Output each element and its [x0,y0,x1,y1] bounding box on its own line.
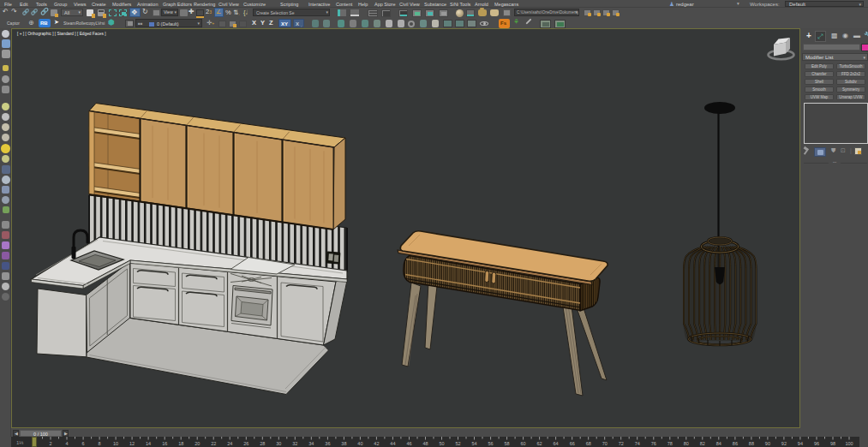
svg-text:92: 92 [781,441,787,446]
svg-text:96: 96 [814,441,819,446]
svg-text:28: 28 [260,441,265,446]
svg-text:74: 74 [635,441,640,446]
svg-text:42: 42 [374,441,379,446]
svg-text:14: 14 [146,441,151,446]
svg-text:30: 30 [276,441,281,446]
svg-text:10: 10 [113,441,118,446]
svg-text:48: 48 [422,441,428,446]
svg-text:94: 94 [798,441,803,446]
svg-text:90: 90 [765,441,770,446]
svg-text:98: 98 [830,441,835,446]
svg-text:12: 12 [129,441,135,446]
svg-text:72: 72 [619,441,624,446]
svg-text:80: 80 [684,441,689,446]
svg-text:16: 16 [162,441,167,446]
svg-text:58: 58 [505,441,510,446]
svg-text:52: 52 [455,441,460,446]
svg-text:68: 68 [586,441,591,446]
svg-text:34: 34 [308,441,314,446]
svg-text:70: 70 [602,441,608,446]
svg-text:82: 82 [700,441,705,446]
svg-text:2: 2 [49,441,51,446]
svg-text:26: 26 [243,441,248,446]
svg-text:78: 78 [667,441,673,446]
svg-text:56: 56 [488,441,494,446]
svg-text:32: 32 [292,441,297,446]
svg-text:36: 36 [325,441,330,446]
svg-text:40: 40 [357,441,362,446]
svg-text:88: 88 [749,441,754,446]
svg-text:50: 50 [439,441,444,446]
svg-text:54: 54 [471,441,476,446]
svg-text:4: 4 [65,441,68,446]
svg-text:84: 84 [716,441,721,446]
svg-text:44: 44 [390,441,395,446]
svg-text:62: 62 [537,441,542,446]
svg-text:20: 20 [195,441,200,446]
svg-text:8: 8 [99,441,101,446]
svg-text:18: 18 [178,441,183,446]
svg-text:60: 60 [521,441,526,446]
svg-text:22: 22 [211,441,216,446]
svg-text:100: 100 [845,441,853,446]
svg-text:86: 86 [733,441,738,446]
svg-text:76: 76 [651,441,656,446]
svg-text:64: 64 [554,441,559,446]
svg-text:46: 46 [406,441,411,446]
svg-text:38: 38 [341,441,346,446]
svg-text:66: 66 [570,441,575,446]
svg-text:24: 24 [227,441,232,446]
svg-text:1⅓: 1⅓ [16,440,23,445]
svg-text:6: 6 [82,441,85,446]
